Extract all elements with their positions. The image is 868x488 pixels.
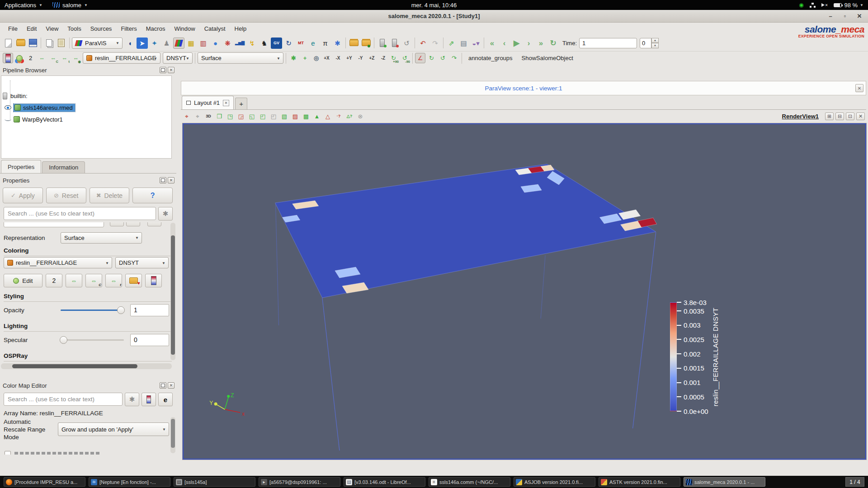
edit-color-map-icon[interactable] bbox=[14, 53, 24, 63]
minimize-button[interactable]: – bbox=[827, 13, 834, 19]
rescale-over-time-icon[interactable]: ⇔t bbox=[105, 274, 122, 287]
med-module-icon[interactable]: ● bbox=[210, 38, 221, 49]
rotate-90-ccw-icon[interactable]: ↺-90 bbox=[400, 53, 410, 63]
view-minus-x-icon[interactable]: -X bbox=[333, 53, 343, 63]
zoom-out-rect-icon[interactable]: ◲ bbox=[236, 112, 246, 122]
horizontal-scrollbar[interactable] bbox=[1, 363, 172, 369]
edit-color-map-2-icon[interactable]: 2 bbox=[46, 274, 62, 287]
new-document-icon[interactable] bbox=[3, 38, 14, 49]
hover-points-icon[interactable]: ·? bbox=[334, 112, 344, 122]
float-dock-button[interactable] bbox=[160, 382, 166, 389]
pi-module-icon[interactable]: π bbox=[320, 38, 331, 49]
frame-down-button[interactable]: ▼ bbox=[651, 43, 659, 48]
color-palette-icon[interactable]: ◒▾ bbox=[470, 38, 481, 49]
connect-server-icon[interactable] bbox=[377, 38, 388, 49]
delete-button[interactable]: ✖Delete bbox=[90, 188, 130, 203]
reset-camera-icon[interactable]: ✱ bbox=[288, 53, 299, 63]
volume-muted-icon[interactable]: ✕ bbox=[821, 3, 828, 7]
pipeline-item-builtin[interactable]: builtin: bbox=[2, 90, 171, 101]
menu-item[interactable]: Window bbox=[170, 23, 199, 34]
edit-in-editor-icon[interactable]: e bbox=[158, 393, 173, 406]
adjust-camera-icon[interactable]: ⌖ bbox=[193, 112, 203, 122]
select-block-icon[interactable]: ▩ bbox=[301, 112, 311, 122]
play-icon[interactable]: ▶ bbox=[511, 38, 522, 49]
select-cells-rect-icon[interactable]: ◰ bbox=[258, 112, 268, 122]
rescale-to-data-range-icon[interactable]: ⇔ bbox=[37, 53, 47, 63]
loop-icon[interactable]: ↻ bbox=[547, 38, 559, 49]
search-options-gear-icon[interactable]: ✱ bbox=[125, 393, 139, 406]
search-options-gear-icon[interactable]: ✱ bbox=[158, 207, 173, 221]
color-map-search-input[interactable] bbox=[4, 393, 123, 406]
first-frame-icon[interactable]: « bbox=[486, 38, 498, 49]
plot-module-icon[interactable]: ▂▅▇ bbox=[234, 38, 245, 49]
paste-icon[interactable] bbox=[56, 38, 67, 49]
menu-item[interactable]: File bbox=[4, 23, 22, 34]
properties-vertical-scrollbar[interactable] bbox=[170, 223, 175, 360]
zoom-box-icon[interactable]: ◱ bbox=[247, 112, 257, 122]
view-minus-y-icon[interactable]: -Y bbox=[355, 53, 366, 63]
opacity-slider-handle[interactable] bbox=[117, 306, 125, 314]
redo-icon[interactable]: ↷ bbox=[429, 38, 441, 49]
rescale-to-visible-icon[interactable]: ⇔◉ bbox=[71, 53, 81, 63]
clear-selection-icon[interactable]: ⊗ bbox=[355, 112, 365, 122]
task-libreoffice[interactable]: ▤ [v3.03.146.odt - LibreOf... bbox=[344, 477, 425, 487]
select-points-polygon-icon[interactable]: ▨ bbox=[290, 112, 300, 122]
interactive-select-points-icon[interactable]: △ bbox=[323, 112, 333, 122]
zoom-to-box-icon[interactable]: ◎ bbox=[311, 53, 321, 63]
properties-search-input[interactable] bbox=[4, 207, 156, 220]
specular-slider-handle[interactable] bbox=[60, 336, 67, 344]
split-vertical-icon[interactable]: ⊟ bbox=[835, 113, 844, 120]
eficas-module-icon[interactable]: GV bbox=[271, 38, 282, 49]
scrollbar-thumb[interactable] bbox=[12, 364, 137, 368]
task-salome[interactable]: salome_meca 2020.0.1 - ... bbox=[684, 477, 765, 487]
specular-input[interactable] bbox=[130, 334, 169, 346]
jobmanager-module-icon[interactable]: ▥ bbox=[198, 38, 209, 49]
rotate-view-cw-icon[interactable]: ↻ bbox=[426, 53, 437, 63]
menu-item[interactable]: Edit bbox=[22, 23, 41, 34]
scrollbar-thumb[interactable] bbox=[171, 235, 175, 355]
color-array-combo[interactable]: reslin__FERRAILLAGE▼ bbox=[83, 52, 160, 64]
view-plus-z-icon[interactable]: +Z bbox=[367, 53, 377, 63]
color-legend[interactable]: 3.8e-030.00350.0030.00250.0020.00150.001… bbox=[668, 301, 763, 415]
rescale-mode-select[interactable]: Grow and update on 'Apply'▼ bbox=[58, 422, 169, 436]
close-dock-button[interactable]: ✕ bbox=[168, 382, 175, 389]
macro-annotate-groups[interactable]: annotate_groups bbox=[464, 53, 517, 63]
coloring-component-combo[interactable]: DNSYT▼ bbox=[115, 257, 169, 268]
last-frame-icon[interactable]: » bbox=[535, 38, 547, 49]
settings-gear-icon[interactable]: ✱ bbox=[332, 38, 343, 49]
task-firefox[interactable]: [Procédure IMPR_RESU a... bbox=[4, 477, 85, 487]
apply-button[interactable]: ✓Apply bbox=[3, 188, 43, 203]
view-plus-x-icon[interactable]: +X bbox=[321, 53, 332, 63]
rotate-90-cw-icon[interactable]: ↻+90 bbox=[388, 53, 399, 63]
rescale-to-custom-range-icon[interactable]: ⇔C bbox=[85, 274, 102, 287]
float-dock-button[interactable] bbox=[160, 177, 166, 183]
europlexus-module-icon[interactable]: e bbox=[307, 38, 319, 49]
render-viewport[interactable]: Z x Y 3.8e-030.00350.0030.00250.0020.001… bbox=[183, 123, 866, 460]
capture-screenshot-icon[interactable]: ▤ bbox=[458, 38, 469, 49]
toggle-color-legend-icon[interactable] bbox=[3, 53, 13, 63]
yacs-module-icon[interactable]: ▦ bbox=[185, 38, 197, 49]
show-orientation-axes-icon[interactable]: ∠ bbox=[415, 53, 425, 63]
view-minus-z-icon[interactable]: -Z bbox=[378, 53, 388, 63]
rotate-view-ccw-icon[interactable]: ↺ bbox=[438, 53, 448, 63]
interactive-select-cells-icon[interactable]: ▲ bbox=[312, 112, 322, 122]
choose-preset-icon[interactable] bbox=[125, 274, 142, 287]
representation-combo[interactable]: Surface▼ bbox=[198, 52, 283, 64]
zoom-to-data-icon[interactable]: + bbox=[300, 53, 310, 63]
visibility-on-icon[interactable] bbox=[5, 105, 11, 110]
close-scene-icon[interactable]: ✕ bbox=[855, 84, 863, 92]
frame-up-button[interactable]: ▲ bbox=[651, 38, 659, 43]
curve-module-icon[interactable]: ↻ bbox=[283, 38, 294, 49]
scrollbar-thumb[interactable] bbox=[171, 419, 175, 448]
paravis-module-icon[interactable] bbox=[173, 38, 184, 49]
close-button[interactable]: ✕ bbox=[856, 13, 863, 19]
shaper-module-icon[interactable]: ◖ bbox=[124, 38, 136, 49]
opacity-input[interactable] bbox=[130, 304, 169, 316]
menu-item[interactable]: Catalyst bbox=[200, 23, 230, 34]
selected-item[interactable]: ssls146aresu.rmed bbox=[14, 104, 75, 112]
zoom-closest-icon[interactable]: ❒ bbox=[214, 112, 224, 122]
zoom-in-rect-icon[interactable]: ◳ bbox=[225, 112, 235, 122]
interaction-mode-3d-icon[interactable]: 3D bbox=[203, 112, 213, 122]
menu-item[interactable]: Help bbox=[230, 23, 251, 34]
frame-input[interactable] bbox=[640, 38, 651, 48]
